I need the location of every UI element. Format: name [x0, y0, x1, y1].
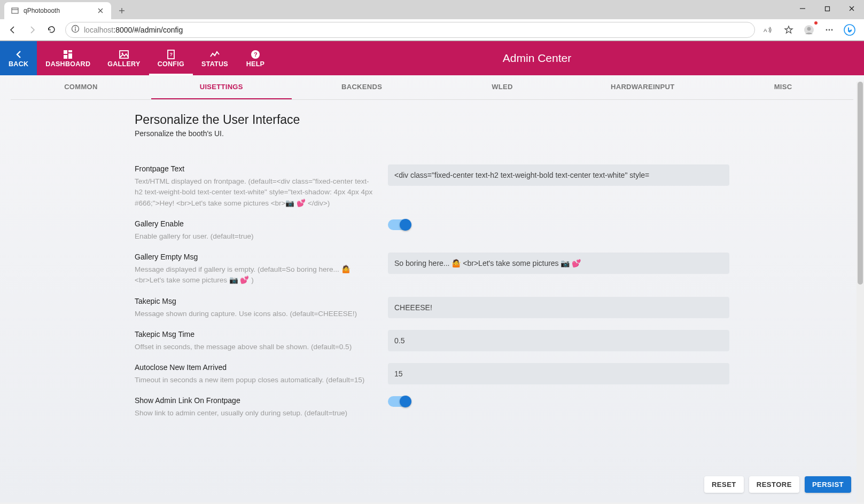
window-controls [790, 0, 864, 17]
window-maximize-button[interactable] [815, 0, 839, 17]
section-title: Personalize the User Interface [11, 113, 853, 127]
frontpage-text-help: Text/HTML displayed on frontpage. (defau… [135, 176, 375, 209]
help-circle-icon: ? [251, 49, 260, 60]
takepic-msg-input[interactable] [388, 297, 729, 318]
svg-rect-23 [64, 55, 67, 59]
svg-text:?: ? [169, 52, 173, 57]
gallery-empty-msg-label: Gallery Empty Msg [135, 253, 375, 261]
svg-point-15 [807, 27, 811, 30]
scrollbar-track[interactable] [857, 82, 864, 502]
field-takepic-msg-time: Takepic Msg Time Offset in seconds, the … [11, 325, 853, 358]
svg-rect-0 [12, 8, 18, 13]
browser-tab[interactable]: qPhotobooth [4, 2, 111, 19]
persist-button[interactable]: PERSIST [805, 476, 851, 493]
app-window-icon [11, 6, 19, 15]
takepic-msg-time-input[interactable] [388, 330, 729, 351]
gallery-empty-msg-help: Message displayed if gallery is empty. (… [135, 264, 375, 286]
browser-tab-title: qPhotobooth [24, 7, 92, 14]
app-viewport: BACK DASHBOARD GALLERY ? CONFIG STATUS ?… [0, 41, 864, 502]
autoclose-label: Autoclose New Item Arrived [135, 363, 375, 372]
takepic-msg-label: Takepic Msg [135, 297, 375, 305]
nav-help[interactable]: ? HELP [237, 41, 274, 75]
gallery-enable-toggle[interactable] [388, 219, 409, 230]
field-gallery-enable: Gallery Enable Enable gallery for user. … [11, 214, 853, 247]
window-close-button[interactable] [839, 0, 864, 17]
show-admin-link-label: Show Admin Link On Frontpage [135, 396, 375, 405]
more-icon[interactable] [821, 22, 837, 38]
browser-refresh-button[interactable] [43, 21, 60, 38]
nav-gallery[interactable]: GALLERY [99, 41, 149, 75]
chart-line-icon [209, 49, 220, 60]
config-tabs: COMMON UISETTINGS BACKENDS WLED HARDWARE… [11, 75, 853, 100]
dashboard-icon [63, 49, 73, 60]
field-frontpage-text: Frontpage Text Text/HTML displayed on fr… [11, 159, 853, 214]
bing-icon[interactable] [842, 22, 858, 38]
takepic-msg-time-label: Takepic Msg Time [135, 330, 375, 338]
svg-text:A: A [764, 27, 767, 33]
browser-nav-bar: localhost:8000/#/admin/config A [0, 19, 864, 41]
tab-wled[interactable]: WLED [432, 75, 572, 99]
nav-dashboard[interactable]: DASHBOARD [37, 41, 99, 75]
nav-help-label: HELP [246, 60, 265, 68]
autoclose-input[interactable] [388, 363, 729, 384]
frontpage-text-input[interactable] [388, 164, 729, 186]
nav-status-label: STATUS [201, 60, 228, 68]
nav-back-label: BACK [9, 60, 28, 68]
gallery-enable-help: Enable gallery for user. (default=true) [135, 231, 375, 242]
tab-misc[interactable]: MISC [713, 75, 853, 99]
tab-uisettings[interactable]: UISETTINGS [151, 75, 292, 99]
field-show-admin-link: Show Admin Link On Frontpage Show link t… [11, 391, 853, 424]
reset-button[interactable]: RESET [704, 476, 744, 493]
site-info-icon[interactable] [71, 25, 80, 35]
image-icon [119, 49, 129, 60]
svg-text:?: ? [254, 51, 258, 58]
svg-rect-22 [68, 53, 72, 59]
close-icon[interactable] [96, 6, 105, 15]
nav-config-label: CONFIG [158, 60, 184, 68]
browser-back-button[interactable] [4, 21, 21, 38]
svg-point-17 [829, 29, 830, 30]
nav-config[interactable]: ? CONFIG [149, 41, 193, 75]
address-bar[interactable]: localhost:8000/#/admin/config [65, 22, 755, 38]
tab-common[interactable]: COMMON [11, 75, 151, 99]
content-area: Personalize the User Interface Personali… [11, 100, 853, 501]
svg-point-18 [831, 29, 833, 30]
field-gallery-empty-msg: Gallery Empty Msg Message displayed if g… [11, 247, 853, 292]
browser-tab-bar: qPhotobooth [0, 0, 864, 19]
scrollbar-thumb[interactable] [858, 82, 863, 285]
tab-backends[interactable]: BACKENDS [292, 75, 432, 99]
show-admin-link-help: Show link to admin center, usually only … [135, 408, 375, 419]
svg-point-16 [826, 29, 828, 30]
frontpage-text-label: Frontpage Text [135, 164, 375, 173]
favorites-icon[interactable] [781, 22, 797, 38]
field-takepic-msg: Takepic Msg Message shown during capture… [11, 292, 853, 325]
svg-point-11 [75, 27, 76, 28]
takepic-msg-help: Message shown during capture. Use icons … [135, 309, 375, 319]
show-admin-link-toggle[interactable] [388, 396, 409, 407]
window-minimize-button[interactable] [790, 0, 815, 17]
svg-rect-21 [68, 50, 72, 52]
read-aloud-icon[interactable]: A [760, 22, 776, 38]
gallery-empty-msg-input[interactable] [388, 253, 729, 274]
nav-gallery-label: GALLERY [107, 60, 140, 68]
autoclose-help: Timeout in seconds a new item popup clos… [135, 375, 375, 385]
browser-chrome: qPhotobooth localhost:8000/#/admin/confi… [0, 0, 864, 41]
field-autoclose: Autoclose New Item Arrived Timeout in se… [11, 358, 853, 391]
svg-rect-7 [825, 6, 829, 11]
profile-icon[interactable] [801, 22, 817, 38]
nav-back[interactable]: BACK [0, 41, 37, 75]
nav-dashboard-label: DASHBOARD [45, 60, 90, 68]
section-subtitle: Personalize the booth's UI. [11, 129, 853, 138]
nav-status[interactable]: STATUS [193, 41, 237, 75]
tab-hardwareinput[interactable]: HARDWAREINPUT [572, 75, 713, 99]
gallery-enable-label: Gallery Enable [135, 219, 375, 228]
browser-forward-button[interactable] [24, 21, 41, 38]
new-tab-button[interactable] [114, 3, 129, 18]
chevron-left-icon [13, 49, 24, 60]
restore-button[interactable]: RESTORE [749, 476, 799, 493]
takepic-msg-time-help: Offset in seconds, the message above sha… [135, 342, 375, 352]
svg-rect-12 [75, 28, 75, 31]
page-title: Admin Center [274, 41, 864, 75]
url-text: localhost:8000/#/admin/config [84, 26, 183, 34]
document-question-icon: ? [166, 49, 176, 60]
